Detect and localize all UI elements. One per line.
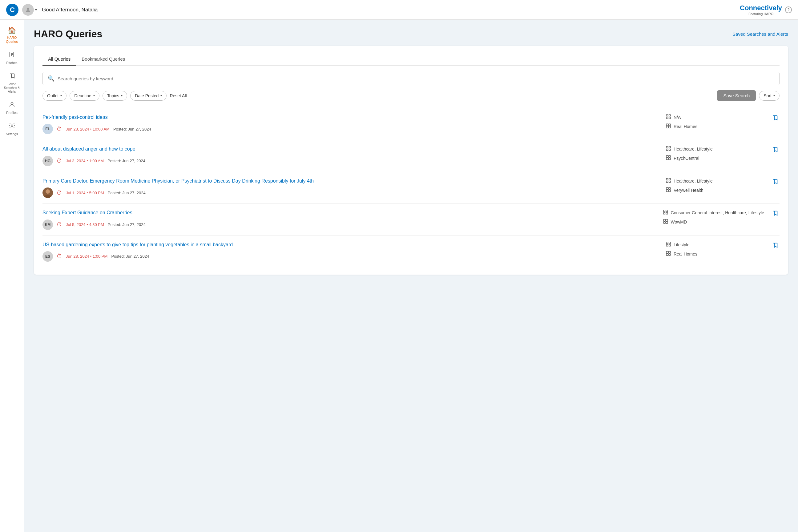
pitches-icon (8, 51, 15, 60)
deadline-filter[interactable]: Deadline ▾ (70, 91, 99, 101)
user-dropdown[interactable]: ▾ (22, 4, 37, 16)
query-title[interactable]: All about displaced anger and how to cop… (42, 146, 660, 152)
query-meta: HG ⏱ Jul 3, 2024 • 1:00 AM Posted: Jun 2… (42, 156, 660, 166)
svg-rect-7 (666, 115, 668, 116)
svg-rect-14 (669, 126, 670, 128)
svg-rect-34 (666, 210, 667, 211)
topics-icon (663, 209, 668, 216)
top-nav-left: C ▾ Good Afternoon, Natalia (6, 4, 98, 16)
outlet-text: WowMD (671, 220, 687, 225)
avatar: HG (42, 156, 53, 166)
svg-rect-39 (663, 222, 665, 224)
save-search-button[interactable]: Save Search (717, 90, 756, 101)
bookmark-button[interactable] (770, 115, 780, 123)
page-header: HARO Queries Saved Searches and Alerts (34, 28, 788, 40)
query-list: Pet-friendly pest-control ideas EL ⏱ Jun… (42, 108, 780, 267)
bookmark-button[interactable] (770, 146, 780, 155)
query-main: Primary Care Doctor, Emergency Room Medi… (42, 178, 660, 198)
outlet-row: Real Homes (666, 123, 764, 130)
top-nav: C ▾ Good Afternoon, Natalia Connectively… (0, 0, 798, 20)
chevron-down-icon: ▾ (93, 94, 95, 97)
outlet-icon (663, 218, 668, 225)
topics-row: Consumer General Interest, Healthcare, L… (663, 209, 764, 216)
query-main: All about displaced anger and how to cop… (42, 146, 660, 166)
query-meta: ⏱ Jul 1, 2024 • 5:00 PM Posted: Jun 27, … (42, 188, 660, 198)
topics-filter[interactable]: Topics ▾ (102, 91, 128, 101)
svg-rect-32 (669, 190, 670, 192)
filter-bar: Outlet ▾ Deadline ▾ Topics ▾ Date Posted… (42, 90, 780, 101)
outlet-filter[interactable]: Outlet ▾ (42, 91, 66, 101)
chevron-down-icon: ▾ (60, 94, 62, 97)
outlet-icon (666, 123, 671, 130)
svg-rect-10 (669, 117, 670, 119)
bookmark-button[interactable] (770, 210, 780, 218)
query-title[interactable]: Primary Care Doctor, Emergency Room Medi… (42, 178, 660, 185)
avatar: KM (42, 220, 53, 230)
svg-rect-26 (669, 178, 670, 180)
query-right: Healthcare, Lifestyle Verywell Health (666, 178, 764, 194)
svg-rect-22 (669, 158, 670, 160)
topics-row: N/A (666, 114, 764, 121)
svg-rect-36 (666, 213, 667, 214)
svg-point-24 (44, 195, 52, 198)
logo[interactable]: C (6, 4, 18, 16)
deadline-icon: ⏱ (57, 126, 62, 132)
tab-all-queries[interactable]: All Queries (42, 53, 76, 65)
deadline-text: Jul 1, 2024 • 5:00 PM (66, 191, 104, 195)
top-nav-right: Connectively Featuring HARO ? (740, 4, 792, 16)
bookmark-button[interactable] (770, 242, 780, 251)
topics-row: Healthcare, Lifestyle (666, 146, 764, 152)
sort-button[interactable]: Sort ▾ (759, 91, 780, 101)
sidebar-item-label: Profiles (6, 111, 18, 115)
sidebar-item-profiles[interactable]: Profiles (1, 98, 23, 118)
svg-point-0 (27, 7, 29, 10)
posted-text: Posted: Jun 27, 2024 (108, 222, 146, 227)
topics-icon (666, 178, 671, 185)
svg-rect-15 (666, 147, 668, 148)
bookmark-button[interactable] (770, 178, 780, 187)
saved-searches-link[interactable]: Saved Searches and Alerts (733, 32, 788, 37)
svg-rect-29 (666, 188, 668, 189)
avatar (22, 4, 34, 16)
query-title[interactable]: Pet-friendly pest-control ideas (42, 114, 660, 121)
svg-point-5 (11, 102, 13, 104)
settings-icon (8, 122, 15, 131)
outlet-text: Real Homes (673, 251, 697, 256)
outlet-row: Real Homes (666, 251, 764, 258)
query-item: Seeking Expert Guidance on Cranberries K… (42, 204, 780, 235)
date-posted-filter[interactable]: Date Posted ▾ (130, 91, 167, 101)
sidebar-item-pitches[interactable]: Pitches (1, 48, 23, 68)
tab-bookmarked-queries[interactable]: Bookmarked Queries (76, 53, 131, 65)
sidebar-item-label: HARO Queries (4, 36, 20, 44)
svg-rect-48 (669, 253, 670, 255)
svg-rect-41 (666, 242, 668, 244)
svg-rect-35 (663, 213, 665, 214)
home-icon: 🏠 (8, 26, 16, 35)
help-icon[interactable]: ? (785, 6, 792, 13)
deadline-text: Jul 3, 2024 • 1:00 AM (66, 158, 104, 163)
svg-rect-27 (666, 181, 668, 182)
sidebar-item-settings[interactable]: Settings (1, 119, 23, 139)
reset-all-button[interactable]: Reset All (170, 93, 187, 98)
query-main: Seeking Expert Guidance on Cranberries K… (42, 209, 657, 230)
svg-rect-44 (669, 244, 670, 246)
posted-text: Posted: Jun 27, 2024 (111, 254, 149, 259)
svg-rect-20 (669, 156, 670, 158)
svg-point-6 (11, 125, 13, 127)
svg-rect-9 (666, 117, 668, 119)
svg-rect-38 (666, 219, 667, 221)
outlet-row: Verywell Health (666, 187, 764, 194)
deadline-icon: ⏱ (57, 158, 62, 164)
topics-text: Healthcare, Lifestyle (673, 147, 713, 151)
query-title[interactable]: US-based gardening experts to give top t… (42, 241, 660, 248)
avatar: EL (42, 124, 53, 134)
sidebar-item-label: Pitches (6, 61, 17, 65)
sidebar-item-label: Settings (6, 132, 18, 136)
topics-text: N/A (673, 115, 681, 120)
sidebar-item-saved-searches[interactable]: Saved Searches & Alerts (1, 70, 23, 97)
query-title[interactable]: Seeking Expert Guidance on Cranberries (42, 209, 657, 216)
svg-rect-40 (666, 222, 667, 224)
sidebar-item-haro-queries[interactable]: 🏠 HARO Queries (1, 23, 23, 47)
search-input[interactable] (58, 76, 774, 81)
svg-rect-21 (666, 158, 668, 160)
